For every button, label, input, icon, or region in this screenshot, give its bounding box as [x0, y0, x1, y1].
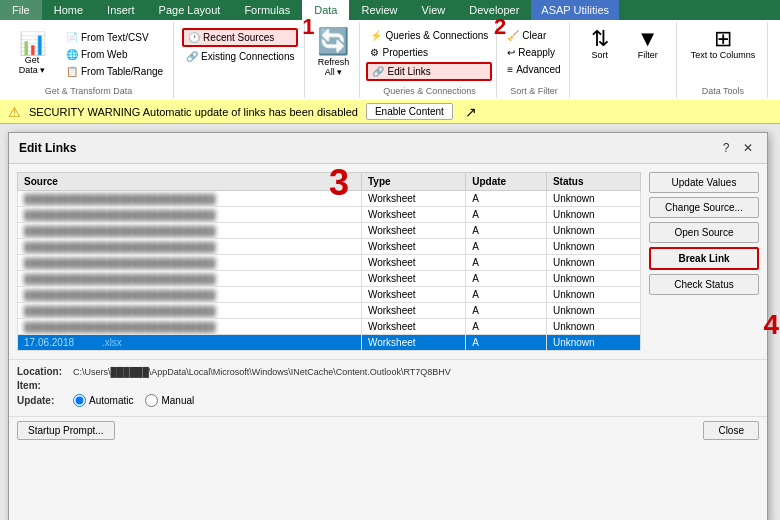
automatic-radio-label[interactable]: Automatic — [73, 394, 133, 407]
existing-connections-button[interactable]: 🔗 Existing Connections — [182, 49, 298, 64]
edit-links-button[interactable]: 🔗 Edit Links — [366, 62, 492, 81]
sort-filter-large-group: ⇅ Sort ▼ Filter — [572, 22, 677, 98]
from-web-button[interactable]: 🌐 From Web — [62, 47, 167, 62]
cell-status: Unknown — [546, 239, 640, 255]
cell-status: Unknown — [546, 255, 640, 271]
cell-source: ██████████████████████████████ — [18, 303, 362, 319]
cell-source: 17.06.2018 .xlsx — [18, 335, 362, 351]
table-row[interactable]: ██████████████████████████████WorksheetA… — [18, 303, 641, 319]
tab-home[interactable]: Home — [42, 0, 95, 20]
update-label: Update: — [17, 395, 67, 406]
table-row[interactable]: ██████████████████████████████WorksheetA… — [18, 223, 641, 239]
cell-update: A — [466, 303, 547, 319]
manual-radio[interactable] — [145, 394, 158, 407]
close-dialog-button[interactable]: Close — [703, 421, 759, 440]
recent-icon: 🕐 — [188, 32, 200, 43]
cell-update: A — [466, 239, 547, 255]
cell-source: ██████████████████████████████ — [18, 207, 362, 223]
queries-connections-button[interactable]: ⚡ Queries & Connections — [366, 28, 492, 43]
links-icon: 🔗 — [372, 66, 384, 77]
table-row[interactable]: 17.06.2018 .xlsxWorksheetAUnknown — [18, 335, 641, 351]
dialog-close-button[interactable]: ✕ — [739, 139, 757, 157]
cell-status: Unknown — [546, 207, 640, 223]
table-row[interactable]: ██████████████████████████████WorksheetA… — [18, 287, 641, 303]
cell-type: Worksheet — [361, 191, 465, 207]
sort-button[interactable]: ⇅ Sort — [578, 24, 622, 64]
refresh-icon: 🔄 — [317, 26, 349, 57]
clear-icon: 🧹 — [507, 30, 519, 41]
tab-view[interactable]: View — [410, 0, 458, 20]
update-values-button[interactable]: Update Values — [649, 172, 759, 193]
tab-asap[interactable]: ASAP Utilities — [531, 0, 619, 20]
location-value: C:\Users\██████\AppData\Local\Microsoft\… — [73, 367, 451, 377]
table-icon: 📋 — [66, 66, 78, 77]
cell-update: A — [466, 271, 547, 287]
app-window: File Home Insert Page Layout Formulas Da… — [0, 0, 780, 520]
cell-source: ██████████████████████████████ — [18, 239, 362, 255]
tab-formulas[interactable]: Formulas — [232, 0, 302, 20]
tab-file[interactable]: File — [0, 0, 42, 20]
dialog-title-text: Edit Links — [19, 141, 76, 155]
annotation-1: 1 — [302, 14, 314, 40]
reapply-button[interactable]: ↩ Reapply — [503, 45, 564, 60]
cell-status: Unknown — [546, 319, 640, 335]
ribbon-body: 📊 GetData ▾ 📄 From Text/CSV 🌐 From Web 📋 — [0, 20, 780, 100]
item-label: Item: — [17, 380, 67, 391]
cell-type: Worksheet — [361, 335, 465, 351]
manual-radio-label[interactable]: Manual — [145, 394, 194, 407]
cell-type: Worksheet — [361, 255, 465, 271]
filter-button[interactable]: ▼ Filter — [626, 24, 670, 64]
cell-update: A — [466, 287, 547, 303]
source-header: Source — [18, 173, 362, 191]
change-source-button[interactable]: Change Source... — [649, 197, 759, 218]
get-data-button[interactable]: 📊 GetData ▾ — [10, 29, 54, 79]
startup-prompt-button[interactable]: Startup Prompt... — [17, 421, 115, 440]
from-text-csv-button[interactable]: 📄 From Text/CSV — [62, 30, 167, 45]
tab-insert[interactable]: Insert — [95, 0, 147, 20]
recent-sources-button[interactable]: 🕐 Recent Sources — [182, 28, 298, 47]
annotation-2: 2 — [494, 14, 506, 40]
cell-update: A — [466, 255, 547, 271]
security-warning-text: SECURITY WARNING Automatic update of lin… — [29, 106, 358, 118]
table-row[interactable]: ██████████████████████████████WorksheetA… — [18, 271, 641, 287]
dialog-title-buttons: ? ✕ — [717, 139, 757, 157]
dialog-bottom-bar: Startup Prompt... Close — [9, 416, 767, 444]
cell-update: A — [466, 319, 547, 335]
from-table-range-button[interactable]: 📋 From Table/Range — [62, 64, 167, 79]
dialog-right-buttons: Update Values Change Source... Open Sour… — [649, 172, 759, 351]
dialog-help-button[interactable]: ? — [717, 139, 735, 157]
cell-status: Unknown — [546, 335, 640, 351]
table-row[interactable]: ██████████████████████████████WorksheetA… — [18, 319, 641, 335]
get-transform-group: 📊 GetData ▾ 📄 From Text/CSV 🌐 From Web 📋 — [4, 22, 174, 98]
advanced-button[interactable]: ≡ Advanced — [503, 62, 564, 77]
text-to-columns-button[interactable]: ⊞ Text to Columns — [685, 24, 762, 64]
tab-page-layout[interactable]: Page Layout — [147, 0, 233, 20]
queries-icon: ⚡ — [370, 30, 382, 41]
connections-icon: 🔗 — [186, 51, 198, 62]
refresh-all-button[interactable]: 🔄 RefreshAll ▾ — [313, 24, 353, 79]
cell-type: Worksheet — [361, 287, 465, 303]
properties-button[interactable]: ⚙ Properties — [366, 45, 492, 60]
advanced-icon: ≡ — [507, 64, 513, 75]
sort-filter-group: 🧹 Clear ↩ Reapply ≡ Advanced Sort & Filt… — [499, 22, 569, 98]
open-source-button[interactable]: Open Source — [649, 222, 759, 243]
tab-review[interactable]: Review — [349, 0, 409, 20]
check-status-button[interactable]: Check Status — [649, 274, 759, 295]
break-link-button[interactable]: Break Link — [649, 247, 759, 270]
cell-type: Worksheet — [361, 271, 465, 287]
cell-update: A — [466, 223, 547, 239]
update-header: Update — [466, 173, 547, 191]
recent-existing-group: 🕐 Recent Sources 🔗 Existing Connections … — [176, 22, 305, 98]
enable-content-button[interactable]: Enable Content — [366, 103, 453, 120]
clear-button[interactable]: 🧹 Clear — [503, 28, 564, 43]
cell-source: ██████████████████████████████ — [18, 271, 362, 287]
cursor-icon: ↗ — [465, 104, 477, 120]
table-row[interactable]: ██████████████████████████████WorksheetA… — [18, 255, 641, 271]
table-row[interactable]: ██████████████████████████████WorksheetA… — [18, 207, 641, 223]
main-area: Edit Links ? ✕ 3 Source Type — [0, 124, 780, 520]
csv-icon: 📄 — [66, 32, 78, 43]
reapply-icon: ↩ — [507, 47, 515, 58]
table-row[interactable]: ██████████████████████████████WorksheetA… — [18, 239, 641, 255]
automatic-radio[interactable] — [73, 394, 86, 407]
type-header: Type — [361, 173, 465, 191]
